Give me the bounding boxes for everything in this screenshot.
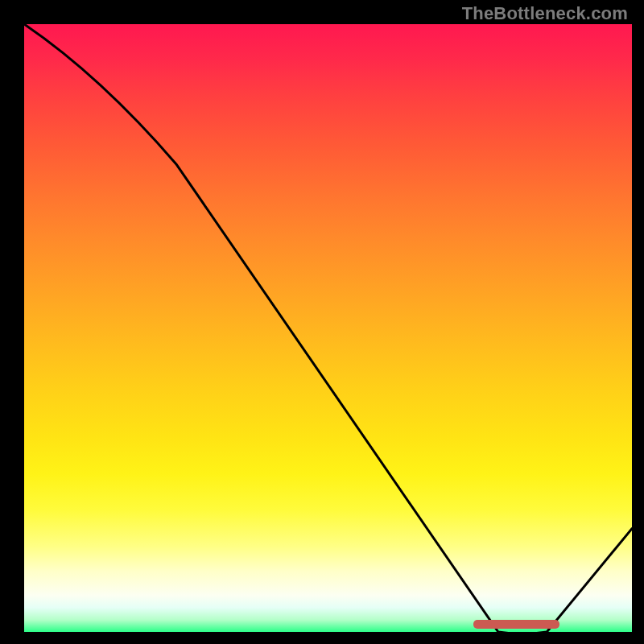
plot-area [24, 24, 632, 632]
watermark-text: TheBottleneck.com [462, 3, 628, 24]
optimal-range-marker [474, 621, 559, 628]
line-chart-svg [24, 24, 632, 632]
bottleneck-curve [24, 24, 632, 632]
chart-frame: TheBottleneck.com [0, 0, 644, 644]
